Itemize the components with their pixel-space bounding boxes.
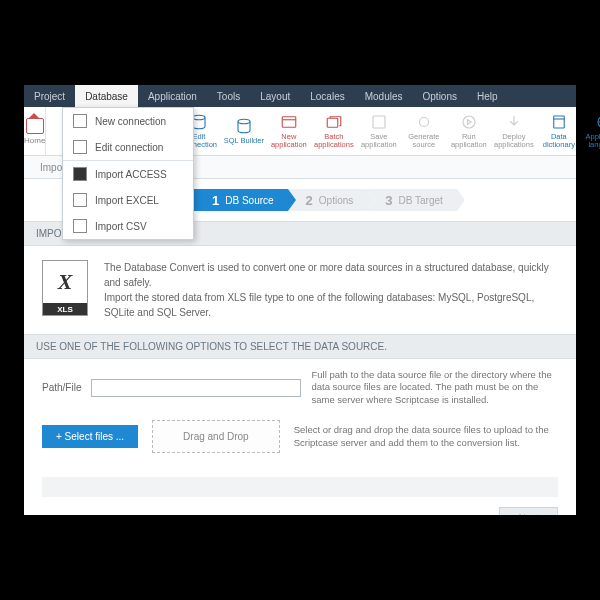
intro-block: XLS The Database Convert is used to conv… [24, 246, 576, 334]
next-button[interactable]: Next [499, 507, 558, 515]
upload-row: + Select files ... Drag and Drop Select … [42, 420, 558, 453]
excel-icon [73, 193, 87, 207]
svg-point-0 [193, 115, 205, 120]
source-options: Path/File Full path to the data source f… [24, 359, 576, 463]
file-list-placeholder [42, 477, 558, 497]
menubar: Project Database Application Tools Layou… [24, 85, 576, 107]
home-icon [26, 118, 44, 134]
upload-description: Select or drag and drop the data source … [294, 424, 558, 449]
globe-icon [595, 113, 600, 131]
svg-point-1 [238, 119, 250, 124]
db-edit-icon [73, 140, 87, 154]
menu-database[interactable]: Database [75, 85, 138, 107]
svg-point-5 [419, 117, 428, 126]
deploy-icon [505, 113, 523, 131]
wizard-db-target[interactable]: 3DB Target [367, 189, 457, 211]
menu-layout[interactable]: Layout [250, 85, 300, 107]
menu-project[interactable]: Project [24, 85, 75, 107]
wizard-steps: 1DB Source 2Options 3DB Target [194, 189, 576, 211]
path-label: Path/File [42, 382, 81, 393]
window-icon [280, 113, 298, 131]
database-icon [235, 117, 253, 135]
path-input[interactable] [91, 379, 301, 397]
svg-rect-7 [554, 116, 565, 128]
svg-rect-4 [373, 116, 385, 128]
home-label: Home [24, 136, 45, 145]
menu-help[interactable]: Help [467, 85, 508, 107]
svg-point-6 [463, 116, 475, 128]
toolbar-items: Edit connection SQL Builder New applicat… [176, 107, 600, 155]
home-button[interactable]: Home [24, 107, 46, 155]
toolbar: Home New connection Edit connection Impo… [24, 107, 576, 156]
tb-batch-applications[interactable]: Batch applications [311, 113, 356, 150]
footer: Next [24, 497, 576, 515]
app-window: Project Database Application Tools Layou… [24, 85, 576, 515]
tb-run-application: Run application [446, 113, 491, 150]
tb-deploy: Deploy applications [491, 113, 536, 150]
intro-text: The Database Convert is used to convert … [104, 260, 558, 320]
tb-app-language[interactable]: Application language [581, 113, 600, 150]
menu-locales[interactable]: Locales [300, 85, 354, 107]
svg-rect-3 [327, 118, 338, 127]
menu-tools[interactable]: Tools [207, 85, 250, 107]
menu-modules[interactable]: Modules [355, 85, 413, 107]
menu-application[interactable]: Application [138, 85, 207, 107]
db-icon [73, 114, 87, 128]
path-description: Full path to the data source file or the… [311, 369, 558, 406]
csv-icon [73, 219, 87, 233]
dropdown-edit-connection[interactable]: Edit connection [63, 134, 193, 160]
tb-new-application[interactable]: New application [266, 113, 311, 150]
tb-save-application: Save application [356, 113, 401, 150]
access-icon [73, 167, 87, 181]
section-select-source-header: USE ONE OF THE FOLLOWING OPTIONS TO SELE… [24, 334, 576, 359]
dropdown-import-csv[interactable]: Import CSV [63, 213, 193, 239]
select-files-button[interactable]: + Select files ... [42, 425, 138, 448]
dropzone[interactable]: Drag and Drop [152, 420, 280, 453]
svg-rect-2 [282, 117, 296, 128]
wizard-options[interactable]: 2Options [288, 189, 368, 211]
menu-options[interactable]: Options [413, 85, 467, 107]
dropdown-import-excel[interactable]: Import EXCEL [63, 187, 193, 213]
save-icon [370, 113, 388, 131]
path-row: Path/File Full path to the data source f… [42, 369, 558, 406]
tb-data-dictionary[interactable]: Data dictionary [536, 113, 581, 150]
gear-icon [415, 113, 433, 131]
wizard-db-source[interactable]: 1DB Source [194, 189, 288, 211]
database-dropdown: New connection Edit connection Import AC… [62, 107, 194, 240]
tb-generate-source: Generate source [401, 113, 446, 150]
windows-icon [325, 113, 343, 131]
xls-file-icon: XLS [42, 260, 88, 316]
book-icon [550, 113, 568, 131]
tb-sql-builder[interactable]: SQL Builder [221, 117, 266, 145]
dropdown-import-access[interactable]: Import ACCESS [63, 161, 193, 187]
play-icon [460, 113, 478, 131]
dropdown-new-connection[interactable]: New connection [63, 108, 193, 134]
